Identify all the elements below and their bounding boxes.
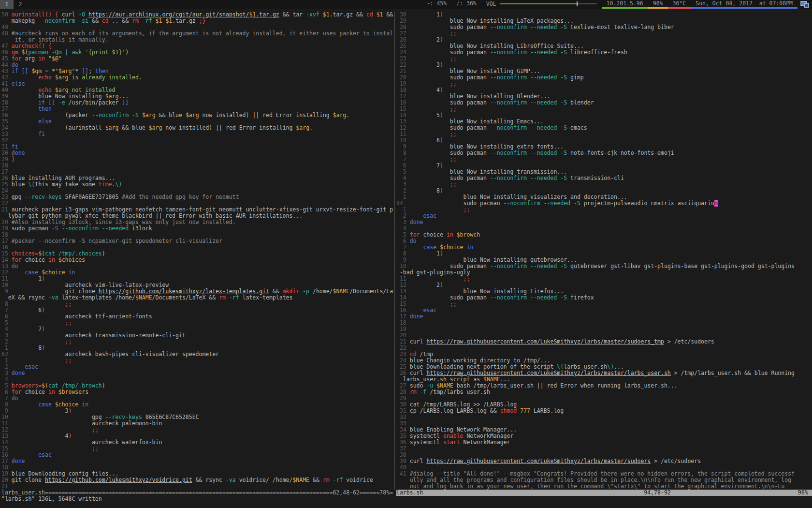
code-row: 23 ;;: [396, 56, 812, 62]
code-row: 31 fi: [1, 144, 393, 150]
code-row: 19 ;;: [396, 81, 812, 87]
code-row: 1 ;;: [396, 207, 812, 213]
code-row: 21: [1, 483, 393, 490]
code-row: 17 done: [1, 458, 393, 464]
code-row: 4 sudo pacman --noconfirm --needed -S tr…: [396, 175, 812, 181]
code-row: 5 ;;: [1, 320, 393, 326]
vim-command-line: "larbs.sh" 136L, 5648C written: [1, 496, 102, 502]
code-row: 19 sudo pacman -S --noconfirm --needed i…: [1, 225, 393, 232]
code-row: 14 sudo pacman --noconfirm --needed -S f…: [396, 295, 812, 301]
ip-address: 10.201.5.96: [602, 0, 648, 9]
code-row: 1 ;;: [1, 358, 393, 364]
code-row: 24 sudo pacman --noconfirm --needed -S l…: [396, 49, 812, 56]
code-row: 36 systemctl start NetworkManager: [396, 439, 812, 446]
statusline-active: larbs.sh 94,78-92 96%: [396, 490, 812, 496]
code-row: 16 esac: [1, 452, 393, 458]
code-row: 20 sudo pacman --noconfirm --needed -S g…: [396, 75, 812, 81]
date-time: Sun, Oct 08, 2017 at 07:00PM: [691, 0, 798, 9]
volume-rest: [577, 3, 597, 4]
workspace-2-button[interactable]: 2: [14, 0, 27, 9]
vim-right-pane[interactable]: 30 1) 29 blue Now installing LaTeX packa…: [396, 12, 812, 490]
code-row: 37: [396, 446, 812, 452]
volume-slider[interactable]: VOL: [481, 0, 602, 9]
code-row: 18: [396, 320, 812, 326]
code-row: 17 #packer --noconfirm -S ncpamixer-git …: [1, 238, 393, 244]
code-row: 15 ;;: [396, 106, 812, 112]
code-row: 11 ;;: [396, 131, 812, 137]
code-row: 3 done: [1, 370, 393, 376]
code-row: 3 ;;: [396, 181, 812, 188]
code-row: 2 esac: [396, 213, 812, 219]
code-row: 30 done: [1, 150, 393, 156]
home-icon: ~: [427, 0, 430, 7]
vim-split-separator[interactable]: | | | | | | | | | | | | | | | | | | | | …: [393, 12, 396, 490]
volume-track[interactable]: [500, 1, 597, 6]
code-row: 2 ;;: [1, 339, 393, 345]
battery-percent: 96%: [648, 0, 668, 9]
disk-home-usage: ~: 45%: [422, 0, 452, 9]
code-row: 32: [1, 137, 393, 144]
cpu-temperature: 36°C: [668, 0, 691, 9]
code-row: 8 sudo pacman --noconfirm --needed -S no…: [396, 150, 812, 156]
code-row: 7 ;;: [396, 156, 812, 163]
code-row: 3 done: [396, 219, 812, 225]
code-row: 28 sudo pacman --noconfirm --needed -S t…: [396, 24, 812, 30]
code-row: 36 (packer --noconfirm -S $arg && blue $…: [1, 112, 393, 119]
code-row: it, or installs it manually.: [1, 37, 393, 43]
code-row: 5 for choice in $browch: [396, 232, 812, 238]
code-row: 33 fi: [1, 131, 393, 137]
code-row: 7 case $choice in: [396, 244, 812, 251]
code-row: 12 sudo pacman --noconfirm --needed -S e…: [396, 125, 812, 131]
code-row: 16 esac: [396, 307, 812, 314]
code-row: 15 ;;: [396, 301, 812, 307]
code-row: 39 curl https://raw.githubusercontent.co…: [396, 458, 812, 464]
code-row: 15 ;;: [1, 446, 393, 452]
status-bar: 1 2 ~: 45% /: 36% VOL 10.201.5.96 96% 36…: [0, 0, 812, 9]
code-row: 29 }: [1, 156, 393, 163]
code-row: 12 case $choice in: [1, 269, 393, 276]
code-row: 22: [396, 345, 812, 351]
code-row: 17 done: [396, 314, 812, 320]
code-row: 42 echo $arg is already installed.: [1, 75, 393, 81]
volume-knob[interactable]: [577, 1, 578, 6]
code-row: 25 blue \(This may take some time.\): [1, 181, 393, 188]
code-row: 8 ;;: [1, 301, 393, 307]
code-row: out and log back in as your new user, th…: [396, 483, 812, 490]
disk-root-usage: /: 36%: [451, 0, 481, 9]
system-status: ~: 45% /: 36% VOL 10.201.5.96 96% 36°C S…: [422, 0, 812, 9]
code-row: 23 gpg --recv-keys 5FAF0A6EE7371805 #Add…: [1, 194, 393, 200]
code-row: makepkg --noconfirm -si && cd .. && rm -…: [1, 18, 393, 24]
code-row: 11 ;;: [396, 276, 812, 282]
code-row: 2 esac: [1, 364, 393, 370]
vim-left-pane[interactable]: 50 aurinstall() { curl -O https://aur.ar…: [0, 12, 393, 490]
code-row: 28 rm -f /tmp/larbs_user.sh: [396, 389, 812, 395]
code-row: 20 git clone https://github.com/lukesmit…: [1, 477, 393, 483]
root-icon: /: [456, 0, 460, 7]
volume-label: VOL: [486, 0, 496, 7]
code-row: 45 for arg in "$@": [1, 56, 393, 62]
monitor-icon: [798, 0, 812, 9]
volume-fill: [500, 3, 577, 4]
code-row: 16 sudo pacman --noconfirm --needed -S b…: [396, 100, 812, 106]
code-row: 14 for choice in $choices: [1, 257, 393, 263]
code-row: 27 ;;: [396, 30, 812, 37]
code-row: 6 for choice in $browsers: [1, 389, 393, 395]
code-row: 31 cp /LARBS.log LARBS.log && chmod 777 …: [396, 408, 812, 414]
code-row: 32: [396, 414, 812, 420]
code-row: 38 if [[ -e /usr/bin/packer ]]: [1, 100, 393, 106]
code-row: 21 curl https://raw.githubusercontent.co…: [396, 339, 812, 345]
code-row: 19: [396, 326, 812, 332]
code-row: 28: [1, 163, 393, 169]
code-row: 34 (aurinstall $arg && blue $arg now ins…: [1, 125, 393, 131]
workspace-1-button[interactable]: 1: [0, 0, 14, 9]
